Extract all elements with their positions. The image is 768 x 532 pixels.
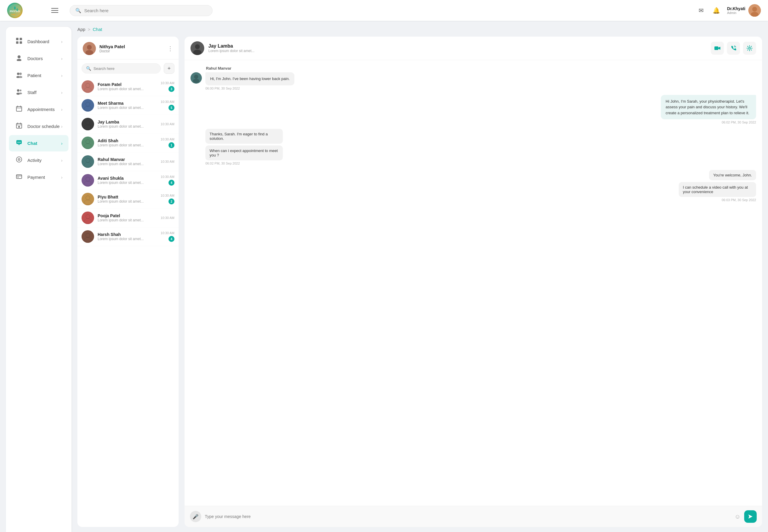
contact-preview: Lorem ipsum dolor sit amet...: [98, 143, 157, 147]
sidebar-label: Doctors: [27, 56, 43, 61]
sidebar-item-doctor-schedule[interactable]: Doctor schedule ›: [9, 118, 68, 134]
svg-point-67: [84, 237, 91, 242]
sidebar-label: Appointments: [27, 107, 55, 112]
chat-list-user: Nithya Patel Doctor: [83, 42, 167, 55]
chat-more-button[interactable]: ⋮: [167, 45, 173, 52]
chat-search-input[interactable]: [93, 66, 156, 71]
contact-avatar: [82, 174, 94, 187]
emoji-button[interactable]: ☺: [735, 513, 741, 520]
sidebar-label: Staff: [27, 90, 37, 95]
contact-meta: 10:30 AM 4: [161, 231, 174, 242]
svg-point-33: [16, 157, 22, 162]
sidebar-label: Dashboard: [27, 39, 49, 44]
sidebar-item-patient[interactable]: Patient ›: [9, 67, 68, 84]
sidebar-item-dashboard[interactable]: Dashboard ›: [9, 33, 68, 50]
header-search-input[interactable]: [84, 8, 207, 13]
svg-point-4: [752, 7, 757, 12]
message-input[interactable]: [205, 514, 731, 519]
chat-search: 🔍: [82, 63, 161, 73]
contact-name: Foram Patel: [98, 82, 157, 87]
svg-text:PHYSIO: PHYSIO: [10, 10, 20, 13]
svg-point-30: [18, 142, 18, 143]
svg-point-55: [84, 162, 91, 167]
svg-rect-9: [20, 41, 22, 44]
breadcrumb-app: App: [77, 27, 85, 32]
header-search-bar: 🔍: [70, 5, 212, 16]
conv-name: Jay Lamba: [208, 43, 707, 49]
contact-info: Pooja Patel Lorem ipsum dolor sit amet..…: [98, 213, 157, 222]
svg-text:Café: Café: [11, 13, 15, 15]
logo: PHYSIO Café: [7, 3, 43, 18]
chat-contact-item[interactable]: Avani Shukla Lorem ipsum dolor sit amet.…: [77, 171, 179, 190]
microphone-button[interactable]: 🎤: [190, 511, 201, 522]
svg-rect-8: [16, 41, 18, 44]
svg-point-72: [749, 47, 750, 49]
chevron-icon: ›: [61, 124, 62, 129]
user-role: Admin: [727, 11, 745, 15]
chat-contact-item[interactable]: Rahul Manvar Lorem ipsum dolor sit amet.…: [77, 152, 179, 171]
svg-point-19: [19, 93, 22, 94]
contact-avatar: [82, 212, 94, 224]
send-button[interactable]: [744, 510, 757, 523]
svg-point-57: [86, 177, 90, 181]
sidebar-item-doctors[interactable]: Doctors ›: [9, 50, 68, 67]
contact-preview: Lorem ipsum dolor sit amet...: [98, 124, 157, 129]
voice-call-button[interactable]: [727, 42, 740, 55]
message-bubble: Hi John, I'm Sarah, your physiotherapist…: [661, 95, 756, 120]
svg-point-10: [18, 55, 21, 58]
chat-contact-item[interactable]: Foram Patel Lorem ipsum dolor sit amet..…: [77, 77, 179, 96]
svg-point-43: [84, 87, 91, 92]
sidebar-item-staff[interactable]: Staff ›: [9, 84, 68, 101]
contact-meta: 10:30 AM 1: [161, 137, 174, 148]
chevron-icon: ›: [61, 175, 62, 180]
add-chat-button[interactable]: +: [164, 63, 174, 74]
sidebar-item-chat[interactable]: Chat ›: [9, 135, 68, 151]
contact-info: Rahul Manvar Lorem ipsum dolor sit amet.…: [98, 157, 157, 166]
svg-point-16: [17, 89, 19, 92]
contact-info: Piyu Bhatt Lorem ipsum dolor sit amet...: [98, 195, 157, 204]
chat-contact-item[interactable]: Pooja Patel Lorem ipsum dolor sit amet..…: [77, 209, 179, 227]
svg-point-60: [86, 196, 90, 200]
sidebar-label: Payment: [27, 175, 45, 180]
chat-contacts: Foram Patel Lorem ipsum dolor sit amet..…: [77, 77, 179, 527]
chat-contact-item[interactable]: Piyu Bhatt Lorem ipsum dolor sit amet...…: [77, 190, 179, 209]
svg-point-54: [86, 158, 90, 162]
sidebar-item-left: Chat: [15, 139, 37, 147]
app-layout: Dashboard › Doctors › Patient › Staff › …: [0, 0, 768, 532]
sidebar-item-appointments[interactable]: Appointments ›: [9, 101, 68, 118]
contact-info: Jay Lamba Lorem ipsum dolor sit amet...: [98, 120, 157, 129]
chat-list-name: Nithya Patel: [99, 44, 125, 49]
chat-contact-item[interactable]: Aditi Shah Lorem ipsum dolor sit amet...…: [77, 134, 179, 152]
settings-button[interactable]: [743, 42, 756, 55]
contact-avatar: [82, 99, 94, 112]
sidebar-item-payment[interactable]: Payment ›: [9, 169, 68, 185]
message-sender: Rahul Manvar: [206, 66, 756, 71]
chat-contact-item[interactable]: Meet Sharma Lorem ipsum dolor sit amet..…: [77, 96, 179, 115]
chevron-icon: ›: [61, 73, 62, 78]
svg-point-64: [84, 219, 91, 223]
contact-name: Jay Lamba: [98, 120, 157, 124]
message-bubbles: You're welcome, John. I can schedule a v…: [190, 170, 756, 197]
sidebar-label: Activity: [27, 158, 42, 163]
search-icon: 🔍: [75, 8, 81, 13]
chat-contact-item[interactable]: Harsh Shah Lorem ipsum dolor sit amet...…: [77, 227, 179, 246]
chat-contact-item[interactable]: Jay Lamba Lorem ipsum dolor sit amet... …: [77, 115, 179, 134]
mail-button[interactable]: ✉: [697, 5, 706, 16]
user-avatar[interactable]: [748, 4, 761, 17]
breadcrumb-separator: >: [88, 27, 90, 32]
contact-name: Harsh Shah: [98, 232, 157, 237]
svg-point-13: [19, 73, 22, 75]
notification-button[interactable]: 🔔: [711, 5, 722, 16]
message-bubble: I can schedule a video call with you at …: [679, 182, 756, 197]
chat-list-panel: Nithya Patel Doctor ⋮ 🔍 +: [77, 37, 179, 527]
message-bubble: Thanks, Sarah. I'm eager to find a solut…: [205, 129, 283, 144]
activity-icon: [15, 156, 23, 164]
main-content: App > Chat: [71, 21, 768, 532]
contact-name: Pooja Patel: [98, 213, 157, 218]
svg-point-32: [20, 142, 21, 143]
messages-area: Rahul Manvar Hi, I'm John. I've been hav…: [184, 60, 762, 506]
sidebar-item-activity[interactable]: Activity ›: [9, 152, 68, 168]
hamburger-button[interactable]: [49, 6, 61, 15]
video-call-button[interactable]: [711, 42, 724, 55]
message-group: Rahul Manvar Hi, I'm John. I've been hav…: [190, 66, 756, 90]
